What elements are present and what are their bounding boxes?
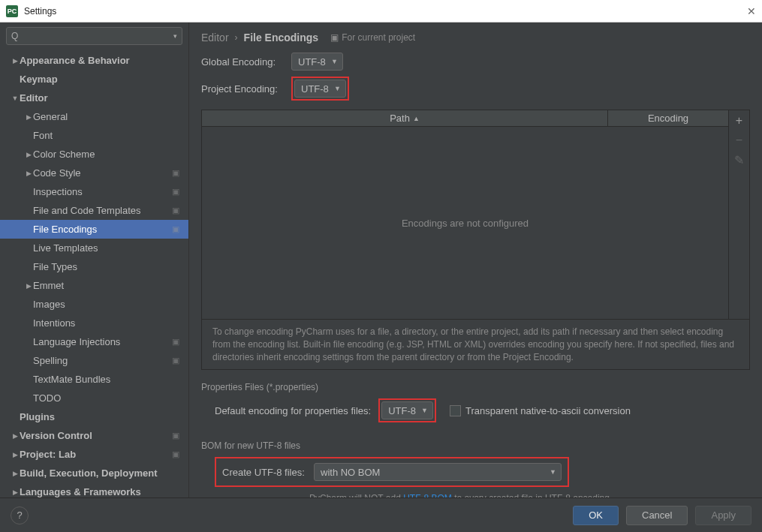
global-encoding-dropdown[interactable]: UTF-8 ▼	[291, 53, 343, 71]
tree-item-label: Images	[33, 299, 182, 310]
tree-item-label: Inspections	[33, 186, 172, 197]
tree-item-project-lab[interactable]: ▶Project: Lab▣	[0, 445, 188, 464]
sort-asc-icon: ▲	[413, 115, 420, 122]
search-icon: Q	[11, 31, 18, 41]
tree-item-file-encodings[interactable]: File Encodings▣	[0, 220, 188, 239]
tree-item-label: Spelling	[33, 355, 172, 366]
project-encoding-value: UTF-8	[301, 83, 329, 95]
tree-item-general[interactable]: ▶General	[0, 107, 188, 126]
highlight-box: UTF-8 ▼	[378, 398, 436, 422]
scope-icon: ▣	[172, 431, 182, 441]
cancel-button[interactable]: Cancel	[626, 506, 688, 525]
utf8-bom-link[interactable]: UTF-8 BOM	[403, 493, 452, 497]
tree-item-label: Font	[33, 130, 182, 141]
tree-item-label: File Types	[33, 261, 182, 272]
properties-section-heading: Properties Files (*.properties)	[201, 382, 750, 392]
tree-item-languages-frameworks[interactable]: ▶Languages & Frameworks	[0, 482, 188, 497]
column-path[interactable]: Path ▲	[202, 110, 608, 126]
highlight-box: Create UTF-8 files: with NO BOM ▼	[215, 457, 569, 487]
tree-item-live-templates[interactable]: Live Templates	[0, 239, 188, 257]
tree-item-version-control[interactable]: ▶Version Control▣	[0, 426, 188, 445]
tree-item-file-and-code-templates[interactable]: File and Code Templates▣	[0, 201, 188, 220]
column-path-label: Path	[390, 113, 410, 124]
global-encoding-value: UTF-8	[298, 56, 326, 68]
scope-icon: ▣	[172, 206, 182, 216]
bom-note-suffix: to every created file in UTF-8 encoding	[452, 493, 610, 497]
tree-item-textmate-bundles[interactable]: TextMate Bundles	[0, 370, 188, 389]
chevron-down-icon: ▼	[331, 58, 338, 65]
tree-arrow-icon: ▶	[24, 113, 33, 121]
bom-note-prefix: PyCharm will NOT add	[309, 493, 403, 497]
add-button[interactable]: +	[732, 113, 747, 128]
tree-arrow-icon: ▶	[11, 432, 20, 440]
highlight-box: UTF-8 ▼	[291, 77, 349, 101]
tree-item-label: Keymap	[20, 74, 182, 85]
create-utf8-dropdown[interactable]: with NO BOM ▼	[314, 463, 562, 481]
tree-item-editor[interactable]: ▼Editor	[0, 89, 188, 107]
scope-icon: ▣	[172, 337, 182, 347]
help-button[interactable]: ?	[11, 506, 29, 524]
tree-item-spelling[interactable]: Spelling▣	[0, 351, 188, 370]
tree-item-plugins[interactable]: Plugins	[0, 407, 188, 426]
tree-item-appearance-behavior[interactable]: ▶Appearance & Behavior	[0, 51, 188, 70]
chevron-down-icon: ▼	[550, 468, 556, 476]
scope-icon: ▣	[172, 224, 182, 235]
content-panel: Editor › File Encodings ▣ For current pr…	[189, 23, 762, 497]
ok-button[interactable]: OK	[573, 506, 619, 525]
tree-item-intentions[interactable]: Intentions	[0, 314, 188, 332]
tree-arrow-icon: ▶	[24, 170, 33, 177]
tree-arrow-icon: ▶	[11, 470, 20, 477]
tree-item-label: Code Style	[33, 167, 172, 179]
scope-icon: ▣	[172, 187, 182, 197]
tree-item-label: Appearance & Behavior	[20, 55, 182, 66]
project-encoding-dropdown[interactable]: UTF-8 ▼	[294, 80, 346, 98]
encodings-table: Path ▲ Encoding Encodings are not config…	[201, 110, 750, 320]
tree-arrow-icon: ▶	[24, 151, 33, 158]
titlebar: PC Settings ✕	[0, 0, 762, 23]
column-encoding[interactable]: Encoding	[608, 110, 728, 126]
tree-item-language-injections[interactable]: Language Injections▣	[0, 332, 188, 351]
chevron-down-icon: ▾	[173, 32, 177, 40]
breadcrumb-parent: Editor	[201, 32, 229, 44]
close-icon[interactable]: ✕	[747, 5, 756, 17]
transparent-native-ascii-checkbox[interactable]	[450, 405, 461, 416]
global-encoding-label: Global Encoding:	[201, 56, 284, 68]
tree-arrow-icon: ▶	[11, 488, 20, 496]
edit-button: ✎	[732, 152, 747, 167]
tree-item-label: TextMate Bundles	[33, 374, 182, 385]
tree-item-file-types[interactable]: File Types	[0, 257, 188, 276]
tree-item-keymap[interactable]: Keymap	[0, 70, 188, 89]
create-utf8-value: with NO BOM	[321, 467, 380, 478]
settings-tree: ▶Appearance & BehaviorKeymap▼Editor▶Gene…	[0, 50, 188, 497]
tree-item-label: File Encodings	[33, 224, 172, 235]
tree-item-todo[interactable]: TODO	[0, 389, 188, 407]
tree-arrow-icon: ▶	[11, 57, 20, 65]
table-body: Encodings are not configured	[202, 127, 728, 319]
tree-item-label: Language Injections	[33, 336, 172, 347]
tree-item-label: Version Control	[20, 430, 172, 441]
properties-encoding-value: UTF-8	[388, 405, 416, 416]
chevron-down-icon: ▼	[421, 407, 428, 414]
search-input[interactable]: Q ▾	[6, 27, 182, 45]
tree-item-inspections[interactable]: Inspections▣	[0, 182, 188, 201]
chevron-down-icon: ▼	[334, 85, 341, 92]
tree-item-font[interactable]: Font	[0, 126, 188, 145]
tree-item-label: Plugins	[20, 411, 182, 422]
tree-item-build-execution-deployment[interactable]: ▶Build, Execution, Deployment	[0, 464, 188, 482]
tree-item-emmet[interactable]: ▶Emmet	[0, 276, 188, 295]
tree-item-label: Project: Lab	[20, 449, 172, 460]
tree-item-code-style[interactable]: ▶Code Style▣	[0, 164, 188, 182]
window-title: Settings	[24, 6, 747, 17]
scope-tag: ▣ For current project	[330, 32, 415, 43]
apply-button: Apply	[695, 506, 751, 525]
project-encoding-label: Project Encoding:	[201, 83, 284, 95]
tree-item-label: Languages & Frameworks	[20, 486, 182, 497]
breadcrumb-current: File Encodings	[244, 32, 319, 44]
scope-icon: ▣	[172, 449, 182, 460]
tree-arrow-icon: ▼	[11, 95, 20, 102]
sidebar: Q ▾ ▶Appearance & BehaviorKeymap▼Editor▶…	[0, 23, 189, 497]
tree-item-color-scheme[interactable]: ▶Color Scheme	[0, 145, 188, 164]
create-utf8-label: Create UTF-8 files:	[222, 467, 306, 478]
properties-encoding-dropdown[interactable]: UTF-8 ▼	[381, 401, 433, 419]
tree-item-images[interactable]: Images	[0, 295, 188, 314]
